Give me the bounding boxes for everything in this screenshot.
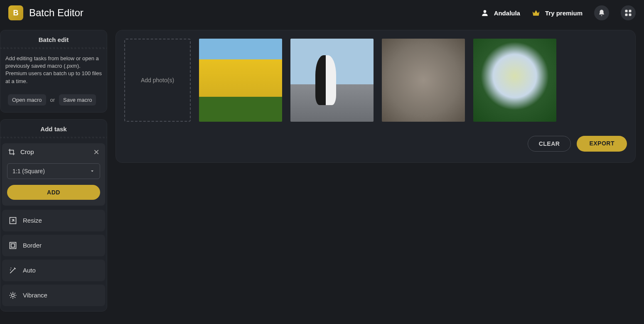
svg-rect-7 xyxy=(11,244,15,247)
task-item-label: Auto xyxy=(23,267,36,274)
svg-point-0 xyxy=(483,10,486,13)
batch-edit-panel: Batch edit Add editing tasks from below … xyxy=(0,30,107,113)
task-item-label: Vibrance xyxy=(23,292,47,299)
clear-button[interactable]: CLEAR xyxy=(528,136,571,152)
save-macro-button[interactable]: Save macro xyxy=(59,94,96,106)
or-text: or xyxy=(50,97,55,103)
chevron-down-icon xyxy=(90,169,95,174)
crop-close-button[interactable] xyxy=(93,149,99,155)
add-photos-label: Add photo(s) xyxy=(141,77,174,83)
task-item-vibrance[interactable]: Vibrance xyxy=(2,285,105,306)
add-photos-button[interactable]: Add photo(s) xyxy=(124,39,191,122)
task-item-border[interactable]: Border xyxy=(2,235,105,256)
thumbnail-tulips[interactable] xyxy=(199,39,282,122)
user-name: Andalula xyxy=(494,10,520,17)
bell-icon xyxy=(598,9,605,17)
svg-rect-1 xyxy=(625,10,628,12)
content-actions: CLEAR EXPORT xyxy=(124,136,627,152)
task-item-resize[interactable]: Resize xyxy=(2,210,105,231)
thumbnail-penguins[interactable] xyxy=(290,39,374,122)
app-title: Batch Editor xyxy=(29,7,84,19)
crop-label: Crop xyxy=(20,148,88,155)
crown-icon xyxy=(532,9,540,17)
thumbnails-row: Add photo(s) xyxy=(124,39,627,122)
task-item-label: Border xyxy=(23,242,42,249)
premium-label: Try premium xyxy=(545,10,583,17)
svg-rect-3 xyxy=(625,14,628,16)
crop-ratio-select[interactable]: 1:1 (Square) xyxy=(7,163,100,179)
thumbnail-koala[interactable] xyxy=(382,39,465,122)
svg-rect-6 xyxy=(10,242,16,248)
crop-task-head: Crop xyxy=(2,143,105,161)
batch-edit-title: Batch edit xyxy=(0,30,107,49)
content-panel: Add photo(s) CLEAR EXPORT xyxy=(116,30,636,163)
notifications-button[interactable] xyxy=(594,5,609,20)
task-item-label: Resize xyxy=(23,217,42,224)
sun-icon xyxy=(9,291,17,299)
grid-icon xyxy=(624,9,632,17)
crop-add-button[interactable]: ADD xyxy=(7,185,100,200)
task-item-auto[interactable]: Auto xyxy=(2,260,105,281)
batch-edit-info: Add editing tasks from below or open a p… xyxy=(5,55,103,85)
user-icon xyxy=(481,9,489,17)
try-premium-button[interactable]: Try premium xyxy=(532,9,583,17)
svg-point-8 xyxy=(12,294,15,297)
macro-row: Open macro or Save macro xyxy=(5,94,103,106)
crop-task-body: 1:1 (Square) ADD xyxy=(2,161,105,206)
user-menu[interactable]: Andalula xyxy=(481,9,520,17)
svg-rect-2 xyxy=(629,10,632,12)
border-icon xyxy=(9,241,17,250)
crop-task-card: Crop 1:1 (Square) ADD xyxy=(2,143,105,206)
add-task-title: Add task xyxy=(0,120,107,138)
close-icon xyxy=(93,149,99,155)
sidebar: Batch edit Add editing tasks from below … xyxy=(0,30,107,324)
main: Batch edit Add editing tasks from below … xyxy=(0,26,644,324)
add-task-panel: Add task Crop 1:1 (Square) xyxy=(0,119,107,312)
header-left: B Batch Editor xyxy=(8,5,84,20)
app-header: B Batch Editor Andalula Try premium xyxy=(0,0,644,26)
thumbnail-hydrangea[interactable] xyxy=(473,39,556,122)
resize-icon xyxy=(9,216,17,225)
export-button[interactable]: EXPORT xyxy=(577,136,627,152)
magic-wand-icon xyxy=(9,266,17,275)
app-logo: B xyxy=(8,5,23,20)
batch-edit-body: Add editing tasks from below or open a p… xyxy=(0,49,107,112)
crop-icon xyxy=(8,148,15,156)
header-right: Andalula Try premium xyxy=(481,5,636,20)
apps-button[interactable] xyxy=(621,5,636,20)
open-macro-button[interactable]: Open macro xyxy=(8,94,46,106)
svg-rect-4 xyxy=(629,14,632,16)
crop-ratio-value: 1:1 (Square) xyxy=(12,168,45,174)
